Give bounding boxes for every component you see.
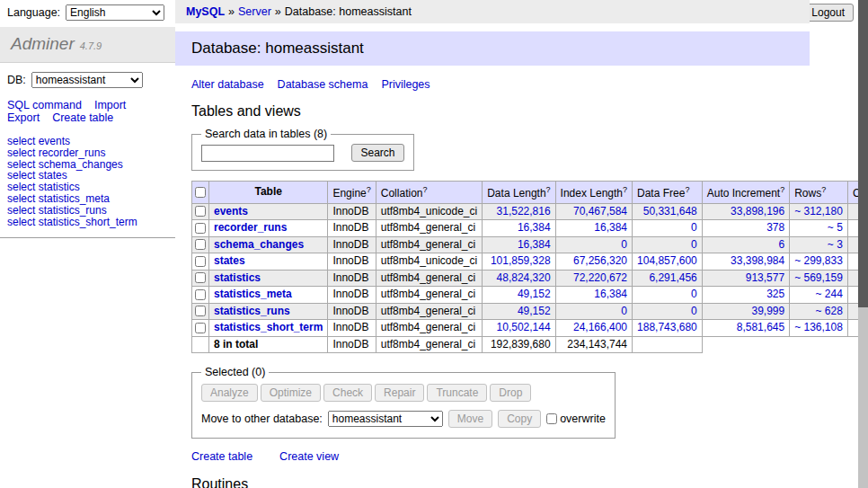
data-length-link[interactable]: 48,824,320 bbox=[497, 271, 551, 284]
rows-count-link[interactable]: ~ 628 bbox=[816, 305, 843, 317]
index-length-link[interactable]: 0 bbox=[621, 305, 627, 317]
truncate-button[interactable]: Truncate bbox=[427, 384, 487, 402]
optimize-button[interactable]: Optimize bbox=[261, 384, 321, 402]
alter-database-link[interactable]: Alter database bbox=[191, 78, 264, 91]
table-name-link[interactable]: statistics bbox=[214, 271, 261, 284]
breadcrumb-server-link[interactable]: Server bbox=[238, 5, 271, 18]
table-name-link[interactable]: statistics_runs bbox=[214, 305, 290, 317]
data-free-link[interactable]: 0 bbox=[691, 221, 697, 234]
auto-increment-link[interactable]: 8,581,645 bbox=[737, 321, 784, 333]
doc-help-link[interactable]: ? bbox=[821, 185, 826, 194]
data-free-link[interactable]: 0 bbox=[691, 305, 697, 317]
data-free-link[interactable]: 0 bbox=[691, 288, 697, 300]
sidebar-table-link[interactable]: select events bbox=[7, 136, 168, 147]
auto-increment-link[interactable]: 39,999 bbox=[751, 305, 784, 317]
doc-help-link[interactable]: ? bbox=[422, 185, 427, 194]
index-length-link[interactable]: 0 bbox=[621, 238, 627, 251]
language-select[interactable]: English bbox=[66, 4, 164, 21]
index-length-link[interactable]: 72,220,672 bbox=[573, 271, 627, 284]
auto-increment-link[interactable]: 6 bbox=[778, 238, 784, 251]
app-name[interactable]: Adminer bbox=[11, 34, 75, 53]
row-checkbox[interactable] bbox=[195, 223, 206, 234]
data-free-link[interactable]: 0 bbox=[691, 238, 697, 251]
data-free-link[interactable]: 104,857,600 bbox=[637, 254, 697, 267]
data-length-link[interactable]: 16,384 bbox=[518, 238, 551, 251]
rows-count-link[interactable]: ~ 3 bbox=[828, 238, 843, 251]
sidebar-link-sql-command[interactable]: SQL command bbox=[7, 99, 82, 111]
check-button[interactable]: Check bbox=[323, 384, 372, 402]
app-logo[interactable]: Adminer4.7.9 bbox=[0, 27, 175, 63]
vertical-scrollbar[interactable] bbox=[858, 0, 868, 488]
create-table-link[interactable]: Create table bbox=[191, 450, 252, 463]
privileges-link[interactable]: Privileges bbox=[381, 78, 430, 91]
row-checkbox[interactable] bbox=[195, 256, 206, 267]
rows-count-link[interactable]: ~ 312,180 bbox=[794, 205, 843, 217]
overwrite-checkbox[interactable] bbox=[546, 413, 557, 424]
copy-button[interactable]: Copy bbox=[498, 410, 541, 428]
index-length-link[interactable]: 24,166,400 bbox=[573, 321, 627, 333]
table-name-link[interactable]: recorder_runs bbox=[214, 221, 287, 234]
search-input[interactable] bbox=[201, 145, 334, 162]
database-schema-link[interactable]: Database schema bbox=[278, 78, 368, 91]
data-length-link[interactable]: 49,152 bbox=[518, 288, 551, 300]
row-checkbox[interactable] bbox=[195, 239, 206, 250]
doc-help-link[interactable]: ? bbox=[685, 185, 689, 194]
table-name-link[interactable]: statistics_short_term bbox=[214, 321, 323, 333]
auto-increment-link[interactable]: 325 bbox=[766, 288, 784, 300]
table-name-link[interactable]: schema_changes bbox=[214, 238, 304, 251]
row-checkbox[interactable] bbox=[195, 323, 206, 333]
select-all-checkbox[interactable] bbox=[195, 187, 206, 198]
create-view-link[interactable]: Create view bbox=[279, 450, 339, 463]
sidebar-table-link[interactable]: select statistics_runs bbox=[7, 205, 168, 217]
row-checkbox[interactable] bbox=[195, 272, 206, 283]
sidebar-link-import[interactable]: Import bbox=[94, 99, 126, 111]
rows-count-link[interactable]: ~ 5 bbox=[828, 221, 843, 234]
rows-count-link[interactable]: ~ 569,159 bbox=[794, 271, 843, 284]
data-free-link[interactable]: 6,291,456 bbox=[649, 271, 696, 284]
data-length-link[interactable]: 10,502,144 bbox=[497, 321, 551, 333]
data-free-link[interactable]: 188,743,680 bbox=[637, 321, 697, 333]
move-database-select[interactable]: homeassistant bbox=[328, 411, 443, 427]
index-length-link[interactable]: 67,256,320 bbox=[573, 254, 627, 267]
data-length-link[interactable]: 101,859,328 bbox=[491, 254, 551, 267]
analyze-button[interactable]: Analyze bbox=[201, 384, 258, 402]
scrollbar-thumb[interactable] bbox=[858, 0, 868, 307]
row-checkbox[interactable] bbox=[195, 289, 206, 300]
auto-increment-link[interactable]: 33,398,984 bbox=[731, 254, 784, 267]
rows-count-link[interactable]: ~ 244 bbox=[816, 288, 843, 300]
search-button[interactable]: Search bbox=[351, 144, 403, 162]
breadcrumb-mysql-link[interactable]: MySQL bbox=[186, 5, 225, 18]
move-button[interactable]: Move bbox=[448, 410, 492, 428]
auto-increment-link[interactable]: 33,898,196 bbox=[731, 205, 784, 217]
data-length-link[interactable]: 31,522,816 bbox=[497, 205, 551, 217]
doc-help-link[interactable]: ? bbox=[780, 185, 784, 194]
data-length-link[interactable]: 49,152 bbox=[518, 305, 551, 317]
auto-increment-link[interactable]: 378 bbox=[766, 221, 784, 234]
row-checkbox[interactable] bbox=[195, 206, 206, 217]
sidebar-link-create-table[interactable]: Create table bbox=[52, 111, 113, 124]
data-length-link[interactable]: 16,384 bbox=[518, 221, 551, 234]
index-length-link[interactable]: 70,467,584 bbox=[573, 205, 627, 217]
sidebar-table-link[interactable]: select statistics_short_term bbox=[7, 217, 168, 228]
breadcrumb: MySQL»Server»Database: homeassistant bbox=[175, 0, 810, 23]
table-name-link[interactable]: statistics_meta bbox=[214, 288, 292, 300]
index-length-link[interactable]: 16,384 bbox=[594, 221, 627, 234]
drop-button[interactable]: Drop bbox=[490, 384, 531, 402]
auto-increment-link[interactable]: 913,577 bbox=[746, 271, 784, 284]
doc-help-link[interactable]: ? bbox=[367, 185, 371, 194]
doc-help-link[interactable]: ? bbox=[623, 185, 627, 194]
table-name-link[interactable]: states bbox=[214, 254, 245, 267]
sidebar-table-link[interactable]: select recorder_runs bbox=[7, 147, 168, 159]
doc-help-link[interactable]: ? bbox=[546, 185, 551, 194]
table-name-link[interactable]: events bbox=[214, 205, 248, 217]
data-free-link[interactable]: 50,331,648 bbox=[643, 205, 697, 217]
db-select[interactable]: homeassistant bbox=[31, 72, 143, 88]
rows-count-link[interactable]: ~ 299,833 bbox=[794, 254, 843, 267]
sidebar-table-link[interactable]: select statistics_meta bbox=[7, 193, 168, 205]
row-checkbox[interactable] bbox=[195, 306, 206, 316]
rows-count-link[interactable]: ~ 136,108 bbox=[794, 321, 843, 333]
repair-button[interactable]: Repair bbox=[375, 384, 424, 402]
sidebar-link-export[interactable]: Export bbox=[7, 111, 40, 124]
index-length-link[interactable]: 16,384 bbox=[594, 288, 627, 300]
logout-button[interactable]: Logout bbox=[802, 4, 854, 22]
